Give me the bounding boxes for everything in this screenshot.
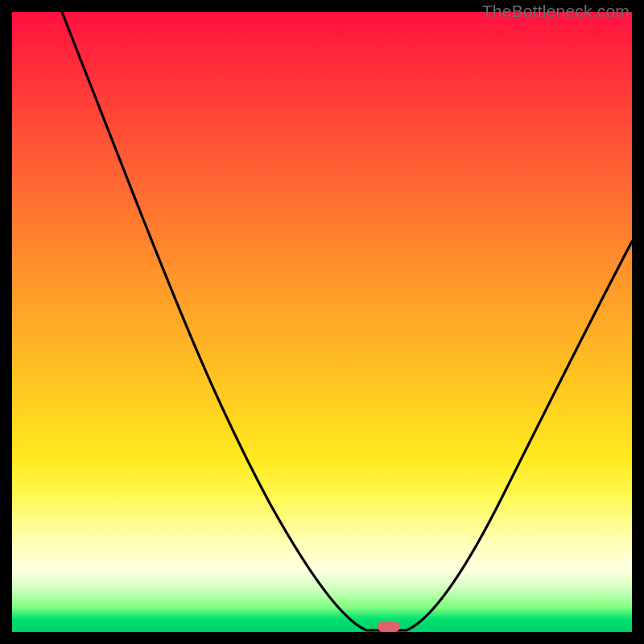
bottleneck-curve (12, 12, 632, 632)
watermark-text: TheBottleneck.com (482, 2, 630, 21)
chart-frame: TheBottleneck.com (0, 0, 644, 644)
optimal-point-marker (378, 621, 400, 632)
plot-area (12, 12, 632, 632)
